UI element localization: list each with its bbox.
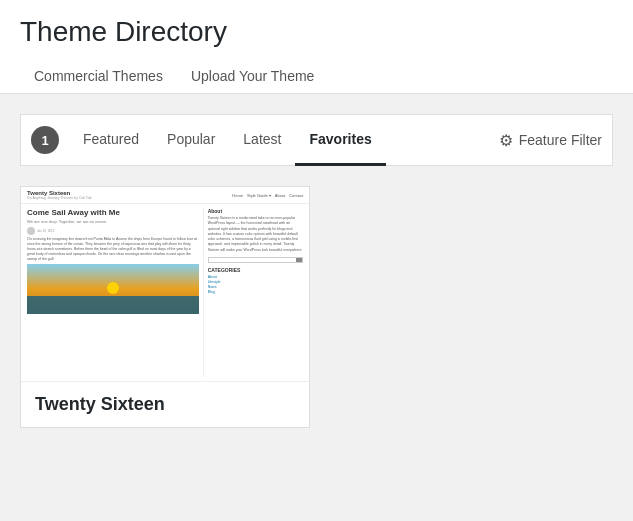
preview-nav-contact: Contact bbox=[289, 193, 303, 198]
preview-nav-home: Home bbox=[232, 193, 243, 198]
preview-nav-about: About bbox=[275, 193, 285, 198]
preview-author-date: Jan 18, 2016 bbox=[37, 229, 54, 233]
preview-search-input bbox=[209, 258, 296, 262]
preview-categories-title: CATEGORIES bbox=[208, 267, 303, 273]
favorites-badge: 1 bbox=[31, 126, 59, 154]
nav-commercial-themes[interactable]: Commercial Themes bbox=[20, 60, 177, 94]
preview-post-title: Come Sail Away with Me bbox=[27, 208, 199, 217]
preview-cat-lifestyle: Lifestyle bbox=[208, 280, 303, 284]
tab-bar: 1 Featured Popular Latest Favorites ⚙ Fe… bbox=[20, 114, 613, 166]
preview-avatar-row: Jan 18, 2016 bbox=[27, 227, 199, 235]
preview-main: Come Sail Away with Me We are one drop. … bbox=[27, 208, 199, 377]
preview-body-text: On crossing the imaginary line drawn fro… bbox=[27, 237, 199, 261]
preview-body: Come Sail Away with Me We are one drop. … bbox=[21, 204, 309, 381]
preview-header: Twenty Sixteen Go Anything January Thirt… bbox=[21, 187, 309, 204]
tab-latest[interactable]: Latest bbox=[229, 114, 295, 166]
preview-search bbox=[208, 257, 303, 263]
preview-image bbox=[27, 264, 199, 314]
page-header: Theme Directory Commercial Themes Upload… bbox=[0, 0, 633, 94]
tab-favorites[interactable]: Favorites bbox=[295, 114, 385, 166]
preview-site-info: Twenty Sixteen Go Anything January Thirt… bbox=[27, 190, 92, 200]
feature-filter-label: Feature Filter bbox=[519, 132, 602, 148]
preview-search-wrap bbox=[208, 257, 303, 263]
theme-card-footer: Twenty Sixteen bbox=[21, 382, 309, 427]
theme-screenshot: Twenty Sixteen Go Anything January Thirt… bbox=[21, 187, 309, 382]
tab-featured[interactable]: Featured bbox=[69, 114, 153, 166]
preview-water bbox=[27, 296, 199, 314]
preview-nav-style: Style Guide ▾ bbox=[247, 193, 271, 198]
preview-sidebar: About Twenty Sixteen is a modernized tak… bbox=[203, 208, 303, 377]
nav-upload-theme[interactable]: Upload Your Theme bbox=[177, 60, 329, 94]
preview-sidebar-about-title: About bbox=[208, 208, 303, 214]
preview-cat-about: About bbox=[208, 275, 303, 279]
preview-cat-news: News bbox=[208, 285, 303, 289]
theme-card[interactable]: Twenty Sixteen Go Anything January Thirt… bbox=[20, 186, 310, 428]
preview-avatar bbox=[27, 227, 35, 235]
tab-popular[interactable]: Popular bbox=[153, 114, 229, 166]
page-title: Theme Directory bbox=[20, 16, 613, 48]
preview-cat-blog: Blog bbox=[208, 290, 303, 294]
preview-sidebar-text: Twenty Sixteen is a modernized take on a… bbox=[208, 216, 303, 253]
theme-name: Twenty Sixteen bbox=[35, 394, 295, 415]
theme-preview: Twenty Sixteen Go Anything January Thirt… bbox=[21, 187, 309, 381]
preview-site-tagline: Go Anything January Thirteen by Cali Yak bbox=[27, 196, 92, 200]
header-nav: Commercial Themes Upload Your Theme bbox=[20, 60, 613, 93]
feature-filter[interactable]: ⚙ Feature Filter bbox=[499, 131, 602, 150]
preview-sun bbox=[107, 282, 119, 294]
content-area: 1 Featured Popular Latest Favorites ⚙ Fe… bbox=[0, 94, 633, 448]
page-wrapper: Theme Directory Commercial Themes Upload… bbox=[0, 0, 633, 521]
preview-search-btn bbox=[296, 258, 302, 262]
preview-nav: Home Style Guide ▾ About Contact bbox=[232, 193, 303, 198]
gear-icon: ⚙ bbox=[499, 131, 513, 150]
theme-grid: Twenty Sixteen Go Anything January Thirt… bbox=[20, 186, 613, 428]
preview-post-subtitle: We are one drop. Together, we are an oce… bbox=[27, 219, 199, 224]
